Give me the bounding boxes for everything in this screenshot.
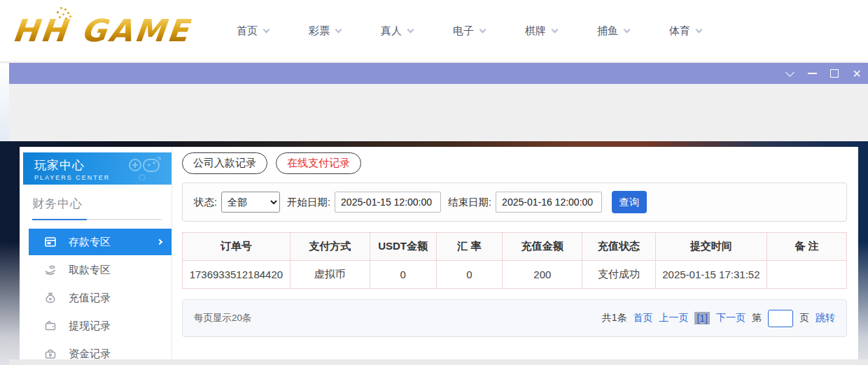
- col-exchange-rate: 汇 率: [436, 233, 503, 261]
- left-edge-strip: [0, 62, 9, 141]
- table-header-row: 订单号 支付方式 USDT金额 汇 率 充值金额 充值状态 提交时间 备 注: [183, 233, 847, 261]
- nav-item-electronic[interactable]: 电子: [453, 24, 485, 38]
- chevron-down-icon: [263, 26, 270, 33]
- col-submit-time: 提交时间: [655, 233, 766, 261]
- chevron-down-icon: [479, 26, 486, 33]
- nav-label: 捕鱼: [597, 24, 618, 38]
- horizontal-scrollbar[interactable]: [9, 359, 868, 365]
- sidebar-item-withdraw-zone[interactable]: 取款专区: [29, 257, 172, 283]
- nav-label: 彩票: [309, 24, 330, 38]
- query-button[interactable]: 查询: [612, 191, 647, 213]
- table-row: 1736933512184420 虚拟币 0 0 200 支付成功 2025-0…: [183, 261, 847, 289]
- col-remarks: 备 注: [767, 233, 847, 261]
- status-select[interactable]: 全部: [221, 192, 280, 213]
- cell-exchange-rate: 0: [436, 261, 503, 289]
- tab-online-payment-records[interactable]: 在线支付记录: [276, 152, 361, 174]
- chevron-down-icon: [407, 26, 414, 33]
- sidebar-item-deposit-zone[interactable]: 存款专区: [29, 229, 172, 255]
- cell-recharge-amount: 200: [503, 261, 582, 289]
- close-icon: [853, 66, 861, 80]
- jump-prefix-label: 第: [752, 312, 762, 324]
- sidebar-section-title: 财务中心: [20, 185, 172, 212]
- withdraw-hand-icon: [44, 264, 57, 276]
- sidebar-item-label: 资金记录: [69, 348, 111, 361]
- purse-icon: [44, 348, 57, 360]
- chevron-down-icon: [552, 26, 559, 33]
- nav-item-sports[interactable]: 体育: [669, 24, 701, 38]
- pagination-bar: 每页显示20条 共1条 首页 上一页 [1] 下一页 第 页 跳转: [182, 299, 847, 337]
- sidebar-item-recharge-records[interactable]: 充值记录: [29, 285, 172, 311]
- player-center-panel: 玩家中心 PLAYERS CENTER 财务中心: [20, 147, 858, 365]
- chevron-down-icon: [335, 26, 342, 33]
- prev-page-link[interactable]: 上一页: [659, 312, 688, 324]
- sidebar-header: 玩家中心 PLAYERS CENTER: [23, 152, 172, 185]
- nav-item-chess[interactable]: 棋牌: [525, 24, 557, 38]
- nav-item-fishing[interactable]: 捕鱼: [597, 24, 629, 38]
- tab-company-deposit-records[interactable]: 公司入款记录: [182, 152, 267, 174]
- current-page-indicator[interactable]: [1]: [694, 312, 710, 324]
- sidebar-item-label: 取款专区: [69, 264, 111, 277]
- nav-item-home[interactable]: 首页: [237, 24, 269, 38]
- main-nav: 首页 彩票 真人 电子 棋牌 捕鱼: [237, 0, 701, 62]
- window-dropdown-button[interactable]: [778, 63, 801, 84]
- sidebar-item-withdrawal-records[interactable]: 提现记录: [29, 313, 172, 339]
- jump-suffix-label: 页: [799, 312, 809, 324]
- main-content: 公司入款记录 在线支付记录 状态: 全部 开始日期: 结束日期: 查询 订单号: [172, 147, 858, 365]
- page-jump-input[interactable]: [768, 310, 793, 327]
- cell-payment-method: 虚拟币: [290, 261, 370, 289]
- window-titlebar: [9, 63, 868, 84]
- close-button[interactable]: [846, 63, 868, 84]
- chevron-down-icon: [696, 26, 703, 33]
- chevron-down-icon: [785, 68, 794, 77]
- window-body-background: [9, 84, 868, 141]
- gamepad-icon: [125, 157, 162, 180]
- nav-label: 棋牌: [525, 24, 546, 38]
- next-page-link[interactable]: 下一页: [716, 312, 746, 324]
- filter-bar: 状态: 全部 开始日期: 结束日期: 查询: [182, 182, 847, 222]
- payment-records-table: 订单号 支付方式 USDT金额 汇 率 充值金额 充值状态 提交时间 备 注 1…: [182, 232, 847, 289]
- maximize-icon: [830, 69, 839, 78]
- deposit-terminal-icon: [44, 236, 57, 248]
- col-order-number: 订单号: [183, 233, 290, 261]
- end-date-label: 结束日期:: [448, 196, 491, 209]
- total-count-text: 共1条: [602, 312, 627, 324]
- logo-text: HH GAME: [11, 15, 192, 46]
- start-date-input[interactable]: [335, 192, 441, 213]
- nav-label: 真人: [381, 24, 402, 38]
- cell-order-number: 1736933512184420: [183, 261, 290, 289]
- nav-item-lottery[interactable]: 彩票: [309, 24, 341, 38]
- sidebar: 玩家中心 PLAYERS CENTER 财务中心: [20, 147, 172, 365]
- logo-sparkles-decoration: [60, 7, 62, 9]
- wallet-icon: [44, 320, 57, 332]
- start-date-label: 开始日期:: [287, 196, 330, 209]
- cell-usdt-amount: 0: [370, 261, 436, 289]
- section-divider: [32, 219, 162, 220]
- col-usdt-amount: USDT金额: [370, 233, 436, 261]
- sidebar-item-label: 存款专区: [69, 236, 111, 249]
- pagination-controls: 共1条 首页 上一页 [1] 下一页 第 页 跳转: [602, 310, 835, 327]
- chevron-down-icon: [624, 26, 631, 33]
- end-date-input[interactable]: [496, 192, 602, 213]
- minimize-button[interactable]: [801, 63, 823, 84]
- chevron-right-icon: [157, 239, 162, 245]
- page-size-text: 每页显示20条: [194, 312, 252, 324]
- cell-submit-time: 2025-01-15 17:31:52: [655, 261, 766, 289]
- first-page-link[interactable]: 首页: [633, 312, 652, 324]
- col-recharge-amount: 充值金额: [503, 233, 582, 261]
- maximize-button[interactable]: [823, 63, 846, 84]
- money-bag-icon: [44, 292, 57, 304]
- logo[interactable]: HH GAME: [13, 10, 190, 52]
- nav-item-live[interactable]: 真人: [381, 24, 413, 38]
- cell-recharge-status: 支付成功: [582, 261, 655, 289]
- sidebar-item-label: 提现记录: [69, 320, 111, 333]
- jump-button[interactable]: 跳转: [816, 312, 835, 324]
- site-header: HH GAME 首页 彩票 真人 电子 棋牌: [0, 0, 868, 62]
- status-label: 状态:: [194, 196, 217, 209]
- minimize-icon: [808, 73, 817, 74]
- nav-label: 首页: [237, 24, 258, 38]
- col-payment-method: 支付方式: [290, 233, 370, 261]
- sidebar-item-label: 充值记录: [69, 292, 111, 305]
- col-recharge-status: 充值状态: [582, 233, 655, 261]
- nav-label: 体育: [669, 24, 690, 38]
- app-window: HH GAME 首页 彩票 真人 电子 棋牌: [0, 0, 868, 365]
